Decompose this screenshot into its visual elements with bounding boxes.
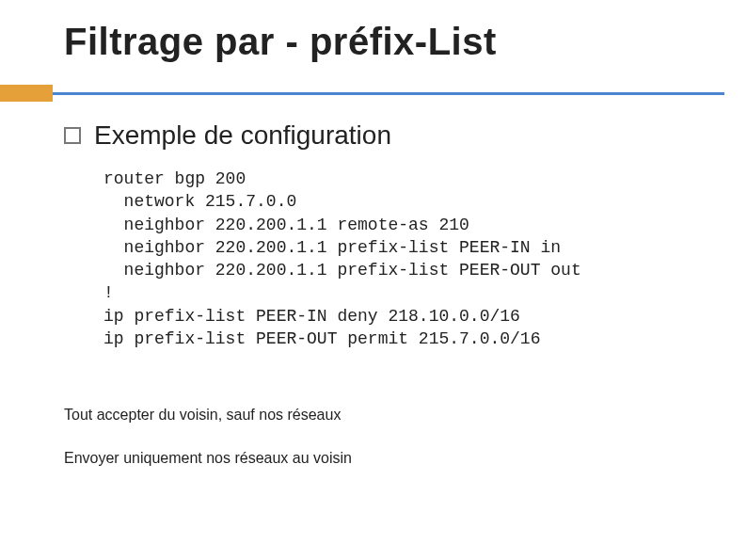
- accent-bar: [0, 85, 53, 102]
- note-accept: Tout accepter du voisin, sauf nos réseau…: [64, 407, 341, 424]
- config-code-block: router bgp 200 network 215.7.0.0 neighbo…: [103, 168, 581, 350]
- slide-title: Filtrage par - préfix-List: [64, 21, 497, 63]
- section-row: Exemple de configuration: [64, 120, 391, 151]
- note-send: Envoyer uniquement nos réseaux au voisin: [64, 450, 352, 467]
- title-rule: [53, 92, 724, 95]
- section-heading: Exemple de configuration: [94, 120, 391, 151]
- bullet-box-icon: [64, 127, 81, 144]
